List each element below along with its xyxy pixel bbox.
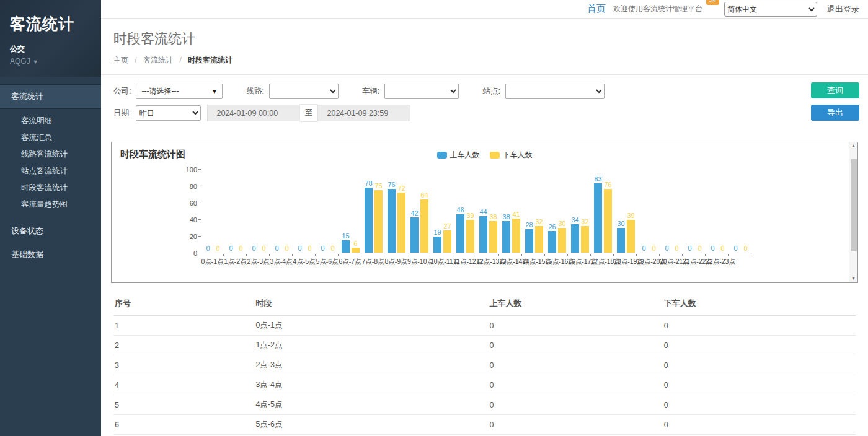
x-axis-tickmark: [614, 254, 637, 256]
bar[interactable]: [466, 220, 474, 253]
bar-column: 0: [250, 245, 259, 253]
bar-value-label: 27: [443, 222, 451, 230]
bar-value-label: 83: [594, 175, 601, 183]
bar[interactable]: [443, 230, 451, 253]
bar-value-label: 0: [720, 245, 724, 252]
sidebar-item-period-flow-stats[interactable]: 时段客流统计: [0, 180, 101, 196]
cell-index: 5: [113, 395, 254, 415]
bar[interactable]: [502, 221, 510, 253]
sidebar-item-flow-summary[interactable]: 客流汇总: [0, 129, 101, 146]
header-alighting: 下车人数: [663, 290, 856, 316]
x-axis-label: 17点-18点: [591, 258, 614, 266]
home-link[interactable]: 首页: [587, 3, 606, 15]
company-select[interactable]: ---请选择--- ▼: [136, 84, 223, 99]
x-axis-tickmark: [637, 254, 660, 256]
bar-column: 32: [535, 218, 544, 253]
station-label: 站点:: [482, 86, 500, 97]
x-axis-tickmark: [476, 254, 499, 256]
bar-column: 0: [329, 245, 337, 253]
chart-plot-area: 020406080100 000000000000156787576724264…: [179, 170, 752, 253]
line-label: 线路:: [246, 86, 264, 97]
date-preset-select[interactable]: 昨日: [136, 105, 201, 121]
bar[interactable]: [627, 220, 635, 253]
y-axis-tick-label: 80: [190, 183, 197, 190]
x-axis-tickmark: [728, 254, 751, 256]
sidebar-item-station-flow-stats[interactable]: 站点客流统计: [0, 163, 101, 180]
sidebar-item-flow-stats[interactable]: 客流统计: [0, 84, 101, 109]
station-select[interactable]: [505, 84, 604, 99]
scrollbar-thumb[interactable]: [851, 159, 857, 251]
bar[interactable]: [374, 190, 383, 253]
bar[interactable]: [342, 240, 350, 253]
bar-value-label: 32: [581, 218, 588, 225]
x-axis-label: 16点-17点: [568, 258, 591, 266]
logout-link[interactable]: 退出登录: [827, 4, 859, 15]
sidebar-item-flow-detail[interactable]: 客流明细: [0, 113, 101, 129]
chart-title: 时段车流统计图: [120, 149, 185, 160]
notification-badge[interactable]: 34: [706, 0, 719, 5]
bar[interactable]: [433, 237, 441, 253]
bar[interactable]: [571, 224, 579, 253]
sidebar-item-device-status[interactable]: 设备状态: [0, 219, 101, 243]
bar[interactable]: [558, 228, 566, 253]
bar-column: 41: [512, 211, 521, 253]
date-from-input[interactable]: 2024-01-09 00:00: [207, 105, 300, 121]
y-axis-tick-label: 100: [186, 166, 197, 173]
bar[interactable]: [581, 226, 589, 253]
breadcrumb-current: 时段客流统计: [188, 56, 232, 64]
company-label: 公司:: [113, 86, 131, 97]
legend-item[interactable]: 下车人数: [490, 150, 533, 160]
x-axis-label: 4点-5点: [293, 258, 316, 266]
bar-group: 3039: [614, 169, 637, 253]
bar-column: 0: [732, 245, 740, 253]
bar[interactable]: [397, 193, 405, 253]
scroll-up-icon[interactable]: ▲: [851, 144, 856, 149]
bar[interactable]: [352, 248, 360, 253]
chart-scrollbar[interactable]: ▲ ▼: [849, 142, 857, 282]
date-to-input[interactable]: 2024-01-09 23:59: [317, 105, 410, 121]
line-select[interactable]: [269, 84, 339, 99]
bar[interactable]: [604, 189, 612, 253]
breadcrumb-home[interactable]: 主页: [113, 56, 128, 64]
breadcrumb-parent[interactable]: 客流统计: [143, 56, 173, 64]
bar-value-label: 39: [627, 212, 634, 219]
legend-item[interactable]: 上车人数: [437, 150, 480, 160]
bar[interactable]: [617, 228, 625, 253]
bar[interactable]: [594, 183, 602, 253]
bar[interactable]: [420, 199, 428, 253]
bar-column: 28: [525, 221, 534, 253]
language-select[interactable]: 简体中文: [724, 2, 817, 17]
bar[interactable]: [410, 217, 418, 253]
sidebar-nav: 客流统计 客流明细 客流汇总 线路客流统计 站点客流统计 时段客流统计 客流量趋…: [0, 84, 101, 266]
user-dropdown[interactable]: AQGJ▼: [10, 57, 91, 66]
bar[interactable]: [548, 231, 556, 253]
sidebar-item-base-data[interactable]: 基础数据: [0, 243, 101, 266]
bar[interactable]: [388, 189, 396, 253]
x-axis-label: 20点-21点: [660, 258, 683, 266]
sidebar-item-route-flow-stats[interactable]: 线路客流统计: [0, 146, 101, 163]
x-axis-label: 3点-4点: [270, 258, 293, 266]
bar[interactable]: [489, 221, 497, 253]
vehicle-select[interactable]: [384, 84, 459, 99]
bar[interactable]: [535, 226, 543, 253]
query-button[interactable]: 查询: [811, 82, 859, 98]
bar[interactable]: [512, 219, 520, 253]
bar-value-label: 26: [548, 223, 556, 230]
bar[interactable]: [365, 188, 373, 253]
bar-value-label: 0: [675, 245, 678, 252]
bar-value-label: 32: [535, 218, 542, 225]
x-axis-tickmark: [660, 254, 683, 256]
bar[interactable]: [525, 229, 533, 253]
bar-group: 3432: [569, 169, 591, 253]
cell-alighting: 0: [663, 355, 856, 375]
cell-index: 3: [113, 355, 254, 375]
bar[interactable]: [479, 216, 487, 253]
bar-value-label: 0: [262, 245, 265, 252]
cell-period: 3点-4点: [254, 375, 488, 395]
scroll-down-icon[interactable]: ▼: [851, 276, 856, 281]
x-axis-label: 5点-6点: [316, 258, 339, 266]
x-axis-tickmark: [247, 254, 270, 256]
sidebar-item-flow-trend-chart[interactable]: 客流量趋势图: [0, 196, 101, 213]
export-button[interactable]: 导出: [811, 105, 859, 121]
bar[interactable]: [456, 214, 464, 253]
